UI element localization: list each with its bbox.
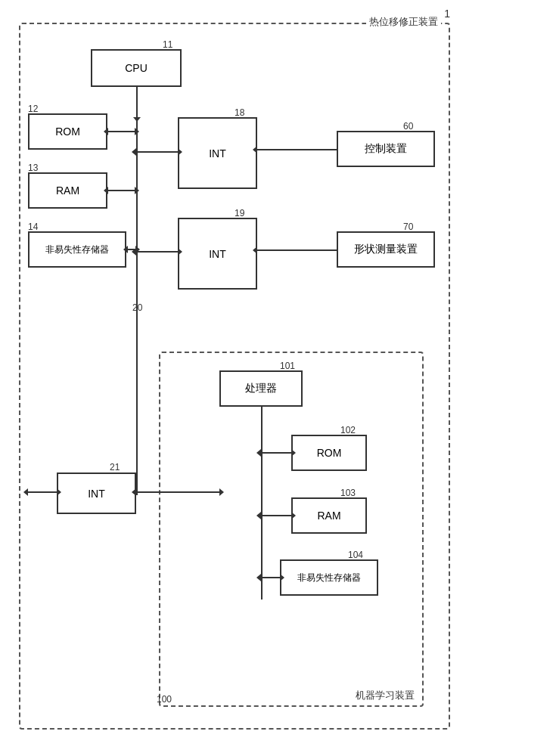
int2-to-shape-arrow bbox=[257, 249, 337, 251]
bus-to-int1-arrow bbox=[136, 151, 178, 153]
shape-block: 形状测量装置 bbox=[337, 231, 435, 268]
control-block: 控制装置 bbox=[337, 131, 435, 167]
ram-block: RAM bbox=[28, 172, 107, 209]
ref-1: 1 bbox=[444, 8, 450, 20]
ref-14: 14 bbox=[28, 222, 38, 232]
ref-12: 12 bbox=[28, 104, 38, 114]
ref-19: 19 bbox=[235, 208, 244, 218]
int3-to-processor-arrow bbox=[136, 491, 219, 493]
inner-vertical-bus bbox=[261, 437, 263, 600]
nvmem2-block: 非易失性存储器 bbox=[280, 559, 378, 596]
ref-103: 103 bbox=[340, 488, 356, 498]
ref-11: 11 bbox=[163, 39, 172, 50]
int1-block: INT bbox=[178, 117, 257, 189]
bus-to-lower bbox=[136, 299, 138, 355]
rom-block: ROM bbox=[28, 113, 107, 150]
ref-13: 13 bbox=[28, 163, 38, 173]
processor-block: 处理器 bbox=[219, 370, 303, 407]
nvmem-block: 非易失性存储器 bbox=[28, 231, 126, 268]
outer-box-label: 热位移修正装置 bbox=[366, 15, 441, 29]
ref-60: 60 bbox=[403, 121, 413, 132]
cpu-block: CPU bbox=[91, 49, 182, 87]
rom2-block: ROM bbox=[291, 435, 367, 471]
ref-70: 70 bbox=[403, 222, 413, 232]
left-bus-lower bbox=[136, 355, 138, 495]
ref-21: 21 bbox=[110, 462, 120, 472]
proc-to-rom2-arrow bbox=[261, 452, 291, 454]
int3-left-arrow bbox=[28, 491, 57, 493]
ram-arrow bbox=[108, 190, 135, 191]
ref-18: 18 bbox=[235, 107, 244, 118]
int3-block: INT bbox=[57, 472, 136, 514]
ref-100: 100 bbox=[157, 694, 172, 705]
cpu-to-bus-arrow bbox=[136, 87, 138, 117]
proc-to-nvmem2-arrow bbox=[261, 577, 280, 578]
ram2-block: RAM bbox=[291, 497, 367, 534]
ref-104: 104 bbox=[348, 550, 363, 560]
rom-arrow bbox=[108, 131, 135, 132]
int2-block: INT bbox=[178, 218, 257, 290]
diagram-container: 1 热位移修正装置 CPU 11 ROM 12 RAM 13 非易失性存储器 1… bbox=[11, 8, 541, 745]
bus-vertical bbox=[136, 117, 138, 299]
ref-101: 101 bbox=[280, 361, 295, 371]
proc-to-ram2-arrow bbox=[261, 515, 291, 516]
ml-box-label: 机器学习装置 bbox=[356, 689, 415, 702]
ref-102: 102 bbox=[340, 425, 356, 435]
bus-to-int2-arrow bbox=[136, 251, 178, 253]
processor-v-down bbox=[261, 407, 263, 437]
int1-to-control-arrow bbox=[257, 149, 337, 150]
